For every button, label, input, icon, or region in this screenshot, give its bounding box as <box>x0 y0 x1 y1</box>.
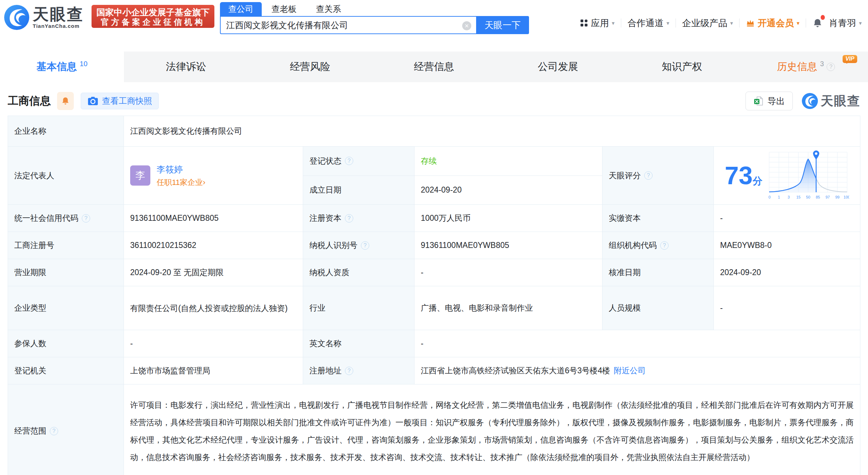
help-icon[interactable]: ? <box>345 157 353 165</box>
table-row: 参保人数 - 英文名称 - <box>8 330 860 357</box>
nearby-companies-link[interactable]: 附近公司 <box>614 366 646 375</box>
tab-basic-info[interactable]: 基本信息 10 <box>0 52 124 82</box>
clear-search-icon[interactable]: × <box>462 21 471 30</box>
tab-ip[interactable]: 知识产权 <box>620 52 744 82</box>
score-distribution-chart: 0 1 3 15 50 85 97 99 100 <box>767 149 849 202</box>
search-button[interactable]: 天眼一下 <box>476 16 529 34</box>
help-icon[interactable]: ? <box>361 241 369 250</box>
help-icon[interactable]: ? <box>50 427 58 435</box>
establish-date-value: 2024-09-20 <box>415 176 602 205</box>
export-button-label: 导出 <box>767 95 785 107</box>
tab-history[interactable]: VIP 历史信息 3 ? <box>744 52 868 82</box>
help-icon[interactable]: ? <box>345 214 353 223</box>
svg-text:15: 15 <box>796 195 800 199</box>
business-term-label: 营业期限 <box>8 259 124 286</box>
tab-development[interactable]: 公司发展 <box>496 52 620 82</box>
help-icon[interactable]: ? <box>82 214 90 223</box>
excel-export-icon <box>753 96 764 106</box>
search-tab-company[interactable]: 查公司 <box>220 2 262 16</box>
svg-text:0: 0 <box>768 195 770 199</box>
reg-authority-label: 登记机关 <box>8 357 124 384</box>
tab-ip-label: 知识产权 <box>662 60 702 74</box>
username: 肖青羽 <box>829 17 856 29</box>
divider <box>676 18 676 28</box>
tab-operation-label: 经营信息 <box>414 60 454 74</box>
company-section-tabs: 基本信息 10 法律诉讼 经营风险 经营信息 公司发展 知识产权 VIP 历史信… <box>0 52 868 82</box>
help-icon[interactable]: ? <box>660 241 669 250</box>
nav-apps-label: 应用 <box>591 17 609 29</box>
tab-basic-count: 10 <box>80 60 87 68</box>
top-header: 天眼查 TianYanCha.com 国家中小企业发展子基金旗下 官方备案企业征… <box>0 0 868 35</box>
chevron-down-icon: ▾ <box>612 20 615 26</box>
org-code-value: MAE0YWB8-0 <box>714 232 860 259</box>
brand-name: 天眼查 <box>33 6 84 23</box>
table-row: 工商注册号 361100210215362 纳税人识别号 ? 91361100M… <box>8 232 860 259</box>
table-row: 营业期限 2024-09-20 至 无固定期限 纳税人资质 - 核准日期 202… <box>8 259 860 286</box>
search-tab-boss[interactable]: 查老板 <box>262 2 306 16</box>
industry-value: 广播、电视、电影和录音制作业 <box>415 286 602 330</box>
export-button[interactable]: 导出 <box>745 92 793 110</box>
svg-text:100: 100 <box>843 195 849 199</box>
chevron-down-icon: ▾ <box>666 20 669 26</box>
vip-badge: VIP <box>843 55 857 63</box>
chevron-right-icon: › <box>203 178 205 187</box>
staff-size-value: - <box>714 286 860 330</box>
bell-icon <box>61 96 70 106</box>
business-term-value: 2024-09-20 至 无固定期限 <box>124 259 303 286</box>
tab-legal[interactable]: 法律诉讼 <box>124 52 248 82</box>
nav-vip-upgrade[interactable]: 开通会员 ▾ <box>746 17 799 29</box>
section-title: 工商信息 <box>8 94 51 108</box>
business-info-table: 企业名称 江西阅文影视文化传播有限公司 法定代表人 李 李筱婷 任职11家企业›… <box>8 116 860 475</box>
nav-enterprise-label: 企业级产品 <box>682 17 727 29</box>
tab-operation[interactable]: 经营信息 <box>372 52 496 82</box>
tab-history-label: 历史信息 <box>777 60 817 74</box>
svg-text:1: 1 <box>778 195 780 199</box>
tianyancha-logo[interactable]: 天眼查 TianYanCha.com <box>4 5 84 30</box>
tab-development-label: 公司发展 <box>538 60 578 74</box>
company-type-label: 企业类型 <box>8 286 124 330</box>
nav-partner[interactable]: 合作通道 ▾ <box>628 17 669 29</box>
notifications-bell[interactable] <box>812 18 823 28</box>
table-row: 企业名称 江西阅文影视文化传播有限公司 <box>8 116 860 147</box>
score-cell: 73分 <box>714 147 860 205</box>
help-icon[interactable]: ? <box>827 63 835 71</box>
help-icon[interactable]: ? <box>345 367 353 375</box>
legal-rep-name-link[interactable]: 李筱婷 <box>157 164 205 175</box>
paid-capital-value: - <box>714 205 860 232</box>
nav-apps[interactable]: 应用 ▾ <box>580 17 615 29</box>
legal-rep-avatar[interactable]: 李 <box>130 165 150 186</box>
score-marker-pin <box>813 150 819 160</box>
search-tabs: 查公司 查老板 查关系 <box>220 2 529 16</box>
watermark-text: 天眼查 <box>821 93 860 110</box>
credit-code-label: 统一社会信用代码 ? <box>8 205 124 232</box>
score-unit: 分 <box>753 176 763 186</box>
subscribe-bell-button[interactable] <box>57 92 74 110</box>
view-business-snapshot-button[interactable]: 查看工商快照 <box>81 93 159 109</box>
score-value-group: 73分 <box>725 163 762 188</box>
nav-enterprise[interactable]: 企业级产品 ▾ <box>682 17 733 29</box>
divider <box>621 18 621 28</box>
help-icon[interactable]: ? <box>644 171 653 180</box>
tab-history-count: 3 <box>820 60 824 68</box>
svg-text:3: 3 <box>787 195 789 199</box>
nav-user-menu[interactable]: 肖青羽 ▾ <box>829 17 862 29</box>
reg-number-value: 361100210215362 <box>124 232 303 259</box>
nav-partner-label: 合作通道 <box>628 17 664 29</box>
taxpayer-id-value: 91361100MAE0YWB805 <box>415 232 602 259</box>
legal-rep-companies-link[interactable]: 任职11家企业› <box>157 177 205 188</box>
search-input[interactable] <box>226 20 456 30</box>
business-scope-label: 经营范围 ? <box>8 384 124 475</box>
chevron-down-icon: ▾ <box>797 20 799 26</box>
reg-capital-label: 注册资本 ? <box>303 205 415 232</box>
search-tab-relation[interactable]: 查关系 <box>306 2 351 16</box>
search-box: × <box>220 16 476 34</box>
tab-risk[interactable]: 经营风险 <box>248 52 372 82</box>
top-navigation: 应用 ▾ 合作通道 ▾ 企业级产品 ▾ 开通会员 ▾ <box>580 14 862 32</box>
taxpayer-quality-label: 纳税人资质 <box>303 259 415 286</box>
tab-basic-label: 基本信息 <box>37 60 77 74</box>
svg-text:85: 85 <box>815 195 820 199</box>
brand-domain: TianYanCha.com <box>33 23 84 29</box>
snapshot-button-label: 查看工商快照 <box>102 95 152 107</box>
company-name-value: 江西阅文影视文化传播有限公司 <box>124 116 860 147</box>
industry-label: 行业 <box>303 286 415 330</box>
